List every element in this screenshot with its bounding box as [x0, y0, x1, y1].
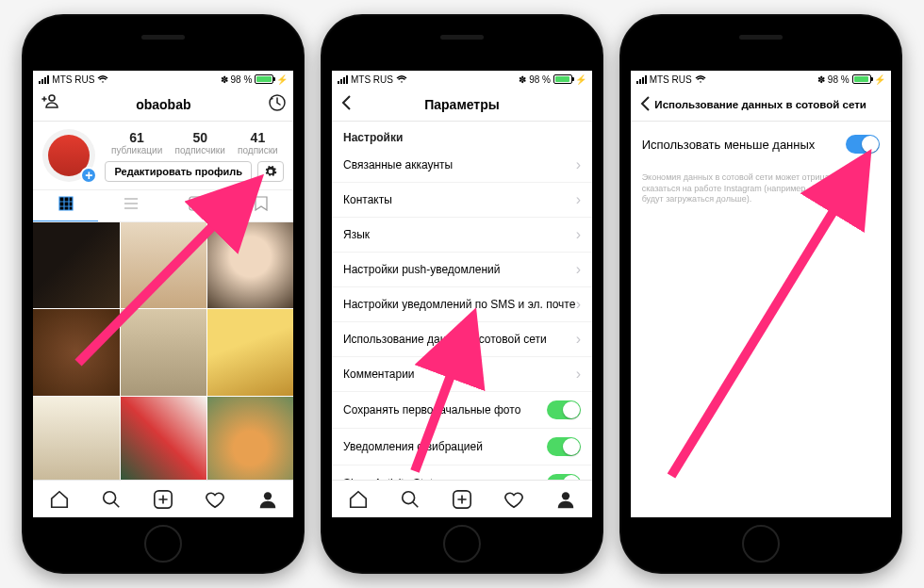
stat-followers[interactable]: 50подписчики	[175, 130, 225, 155]
grid-cell[interactable]	[33, 222, 119, 308]
grid-cell[interactable]	[207, 397, 293, 480]
cellular-header: Использование данных в сотовой сети	[631, 88, 891, 122]
grid-cell[interactable]	[207, 222, 293, 308]
tab-bar	[33, 480, 293, 517]
toggle-switch[interactable]	[547, 437, 581, 456]
home-button[interactable]	[144, 525, 182, 563]
search-icon[interactable]	[400, 489, 421, 510]
battery-pct: 98 %	[231, 74, 253, 85]
grid-cell[interactable]	[33, 309, 119, 395]
home-icon[interactable]	[348, 489, 369, 510]
grid-cell[interactable]	[121, 222, 206, 308]
saved-tab[interactable]	[228, 190, 293, 221]
chevron-right-icon: ›	[576, 261, 581, 278]
row-comments[interactable]: Комментарии›	[332, 357, 592, 392]
list-tab[interactable]	[98, 190, 163, 221]
gear-icon	[264, 165, 277, 178]
row-sms-email[interactable]: Настройки уведомлений по SMS и эл. почте…	[332, 287, 592, 322]
chevron-right-icon: ›	[576, 156, 581, 173]
row-contacts[interactable]: Контакты›	[332, 183, 592, 218]
back-button[interactable]	[638, 95, 652, 114]
charging-icon: ⚡	[276, 74, 288, 85]
page-title: Параметры	[424, 97, 500, 112]
row-label: Использовать меньше данных	[642, 138, 816, 152]
add-post-icon[interactable]	[452, 489, 472, 510]
bluetooth-icon: ✽	[519, 74, 526, 85]
phone-cellular: MTS RUS ✽ 98 % ⚡ Использование данных в …	[619, 14, 902, 574]
battery-pct: 98 %	[828, 74, 850, 85]
profile-icon[interactable]	[257, 489, 278, 510]
toggle-switch[interactable]	[846, 135, 880, 154]
chevron-left-icon	[638, 95, 652, 112]
phone-settings: MTS RUS ✽ 98 % ⚡ Параметры Настройки Свя…	[321, 14, 603, 574]
row-push[interactable]: Настройки push-уведомлений›	[332, 253, 592, 287]
status-bar: MTS RUS ✽ 98 % ⚡	[631, 71, 891, 88]
carrier-label: MTS RUS	[351, 74, 393, 85]
grid-cell[interactable]	[33, 397, 119, 480]
battery-icon	[553, 74, 572, 84]
svg-point-2	[194, 200, 198, 204]
profile-icon[interactable]	[555, 489, 576, 510]
toggle-switch[interactable]	[547, 400, 581, 419]
carrier-label: MTS RUS	[650, 74, 692, 85]
row-cellular-data[interactable]: Использование данных в сотовой сети›	[332, 322, 592, 357]
username-title[interactable]: obaobab	[136, 97, 190, 112]
edit-profile-button[interactable]: Редактировать профиль	[105, 161, 252, 182]
home-button[interactable]	[443, 525, 481, 563]
back-button[interactable]	[339, 94, 353, 114]
wifi-icon	[396, 74, 407, 84]
row-vibrate[interactable]: Уведомления с вибрацией	[332, 429, 592, 466]
home-button[interactable]	[742, 525, 780, 563]
battery-icon	[852, 74, 871, 84]
wifi-icon	[97, 74, 108, 84]
search-icon[interactable]	[101, 489, 122, 510]
add-people-icon[interactable]	[41, 94, 59, 114]
view-tabs	[33, 189, 293, 222]
signal-icon	[636, 75, 647, 84]
bluetooth-icon: ✽	[817, 74, 825, 85]
chevron-right-icon: ›	[576, 331, 581, 348]
grid-cell[interactable]	[121, 397, 206, 480]
add-post-icon[interactable]	[153, 489, 173, 510]
profile-header: obaobab	[33, 88, 293, 122]
stat-following[interactable]: 41подписки	[238, 130, 278, 155]
phone-profile: MTS RUS ✽ 98 % ⚡ obaobab +	[22, 14, 305, 574]
row-language[interactable]: Язык›	[332, 218, 592, 253]
section-header: Настройки	[332, 122, 592, 148]
grid-cell[interactable]	[121, 309, 206, 395]
activity-icon[interactable]	[205, 489, 225, 510]
settings-header: Параметры	[332, 88, 592, 122]
add-story-icon[interactable]: +	[80, 167, 97, 184]
svg-point-9	[562, 492, 569, 499]
stat-posts[interactable]: 61публикации	[111, 130, 162, 155]
battery-icon	[255, 74, 273, 84]
toggle-switch[interactable]	[547, 474, 581, 480]
row-save-original[interactable]: Сохранять первоначальные фото	[332, 392, 592, 429]
archive-icon[interactable]	[269, 94, 286, 114]
chevron-right-icon: ›	[576, 191, 581, 208]
bluetooth-icon: ✽	[221, 74, 228, 85]
chevron-left-icon	[339, 94, 353, 111]
settings-gear-button[interactable]	[257, 161, 284, 182]
grid-cell[interactable]	[207, 309, 293, 395]
svg-point-3	[104, 491, 116, 503]
status-bar: MTS RUS ✽ 98 % ⚡	[33, 71, 293, 88]
charging-icon: ⚡	[575, 74, 586, 85]
photo-grid	[33, 222, 293, 480]
stats-row: 61публикации 50подписчики 41подписки	[105, 130, 284, 155]
wifi-icon	[695, 74, 706, 84]
charging-icon: ⚡	[874, 74, 885, 85]
home-icon[interactable]	[49, 489, 70, 510]
battery-pct: 98 %	[529, 74, 551, 85]
photos-of-you-tab[interactable]	[163, 190, 228, 221]
grid-tab[interactable]	[33, 190, 98, 221]
status-bar: MTS RUS ✽ 98 % ⚡	[332, 71, 592, 88]
row-use-less-data[interactable]: Использовать меньше данных	[631, 122, 891, 167]
signal-icon	[39, 75, 49, 84]
row-linked-accounts[interactable]: Связанные аккаунты›	[332, 148, 592, 183]
activity-icon[interactable]	[503, 489, 524, 510]
page-title: Использование данных в сотовой сети	[654, 99, 866, 110]
signal-icon	[338, 75, 348, 84]
row-activity-status[interactable]: Show Activity Status	[332, 466, 592, 480]
avatar[interactable]: +	[42, 129, 95, 182]
